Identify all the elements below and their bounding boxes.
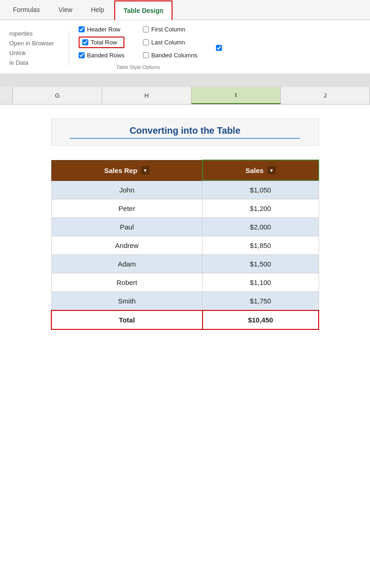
header-sales-rep-label: Sales Rep	[104, 167, 137, 174]
cell-sales-rep[interactable]: Adam	[51, 255, 203, 273]
header-sales-rep[interactable]: Sales Rep ▼	[51, 160, 203, 180]
tab-formulas[interactable]: Formulas	[5, 0, 48, 19]
col-header-J[interactable]: J	[281, 87, 370, 104]
col-header-I[interactable]: I	[191, 87, 281, 104]
table-style-options-label: Table Style Options	[79, 62, 197, 70]
banded-columns-label: Banded Columns	[151, 52, 197, 59]
cell-sales-rep[interactable]: Andrew	[51, 236, 203, 255]
right-extra-checkbox[interactable]	[216, 45, 222, 51]
properties-label: roperties	[9, 30, 60, 37]
tab-table-design[interactable]: Table Design	[114, 0, 173, 20]
table-row[interactable]: Robert$1,100	[51, 273, 319, 292]
open-in-browser-label[interactable]: Open in Browser	[9, 40, 60, 47]
total-label: Total	[51, 310, 203, 329]
first-column-option[interactable]: First Column	[143, 26, 197, 33]
cell-sales-rep[interactable]: John	[51, 180, 203, 199]
total-row-label: Total Row	[91, 39, 117, 46]
ribbon-left-section: roperties Open in Browser Unlink le Data	[9, 30, 69, 66]
header-sales-label: Sales	[246, 167, 264, 174]
total-row: Total$10,450	[51, 310, 319, 329]
unlink-label[interactable]: Unlink	[9, 50, 60, 56]
title-box: Converting into the Table	[51, 118, 319, 146]
page-title: Converting into the Table	[70, 125, 300, 139]
ribbon-divider	[0, 74, 370, 87]
cell-sales[interactable]: $1,850	[203, 236, 319, 255]
cell-sales[interactable]: $1,750	[203, 292, 319, 311]
col-header-H[interactable]: H	[102, 87, 191, 104]
column-headers-row: G H I J	[0, 87, 370, 105]
ribbon-tabs: Formulas View Help Table Design	[0, 0, 370, 20]
first-column-label: First Column	[151, 26, 185, 33]
banded-rows-checkbox[interactable]	[79, 52, 85, 58]
cell-sales-rep[interactable]: Robert	[51, 273, 203, 292]
cell-sales-rep[interactable]: Paul	[51, 218, 203, 236]
ribbon-options-area: roperties Open in Browser Unlink le Data…	[0, 20, 370, 74]
last-column-label: Last Column	[151, 39, 185, 46]
sales-dropdown-icon[interactable]: ▼	[267, 166, 276, 174]
cell-sales-rep[interactable]: Smith	[51, 292, 203, 311]
table-row[interactable]: Paul$2,000	[51, 218, 319, 236]
main-content-area: Converting into the Table Sales Rep ▼ Sa…	[0, 105, 370, 344]
le-data-label: le Data	[9, 59, 60, 66]
tab-view[interactable]: View	[50, 0, 80, 19]
cell-sales[interactable]: $1,050	[203, 180, 319, 199]
first-column-checkbox[interactable]	[143, 26, 149, 32]
table-row[interactable]: Peter$1,200	[51, 199, 319, 218]
cell-sales[interactable]: $1,500	[203, 255, 319, 273]
banded-rows-option[interactable]: Banded Rows	[79, 52, 124, 59]
header-sales[interactable]: Sales ▼	[203, 160, 319, 180]
last-column-checkbox[interactable]	[143, 39, 149, 45]
row-number-spacer	[0, 87, 13, 104]
cell-sales[interactable]: $1,200	[203, 199, 319, 218]
header-row-label: Header Row	[87, 26, 120, 33]
sales-rep-dropdown-icon[interactable]: ▼	[141, 166, 149, 174]
col-header-G[interactable]: G	[13, 87, 102, 104]
cell-sales[interactable]: $1,100	[203, 273, 319, 292]
header-row-option[interactable]: Header Row	[79, 26, 124, 33]
table-row[interactable]: John$1,050	[51, 180, 319, 199]
banded-columns-option[interactable]: Banded Columns	[143, 52, 197, 59]
cell-sales-rep[interactable]: Peter	[51, 199, 203, 218]
tab-help[interactable]: Help	[82, 0, 112, 19]
table-row[interactable]: Smith$1,750	[51, 292, 319, 311]
table-style-options: Header Row First Column Total Row Last C…	[69, 24, 207, 72]
banded-rows-label: Banded Rows	[87, 52, 124, 59]
banded-columns-checkbox[interactable]	[143, 52, 149, 58]
total-value: $10,450	[203, 310, 319, 329]
excel-table: Sales Rep ▼ Sales ▼ John$1,050Peter$1,20…	[51, 160, 319, 330]
total-row-checkbox[interactable]	[82, 39, 88, 45]
total-row-option[interactable]: Total Row	[79, 37, 124, 48]
table-row[interactable]: Andrew$1,850	[51, 236, 319, 255]
header-row-checkbox[interactable]	[79, 26, 85, 32]
last-column-option[interactable]: Last Column	[143, 39, 197, 46]
table-row[interactable]: Adam$1,500	[51, 255, 319, 273]
right-checkbox-section[interactable]	[207, 45, 222, 51]
cell-sales[interactable]: $2,000	[203, 218, 319, 236]
